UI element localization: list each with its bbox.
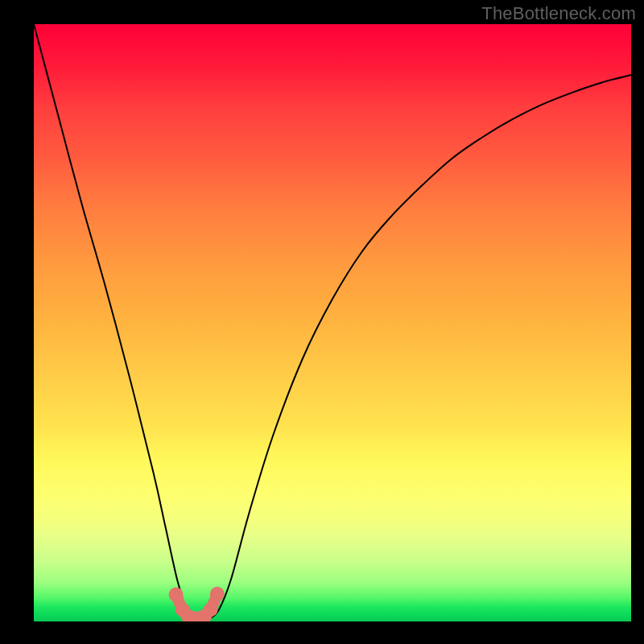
marker-dot [204, 602, 218, 617]
bottleneck-curve [34, 24, 631, 621]
chart-frame: TheBottleneck.com [0, 0, 644, 644]
watermark-text: TheBottleneck.com [481, 3, 636, 24]
marker-dot [210, 587, 225, 601]
curve-layer [34, 24, 631, 621]
marker-dot [169, 588, 184, 602]
